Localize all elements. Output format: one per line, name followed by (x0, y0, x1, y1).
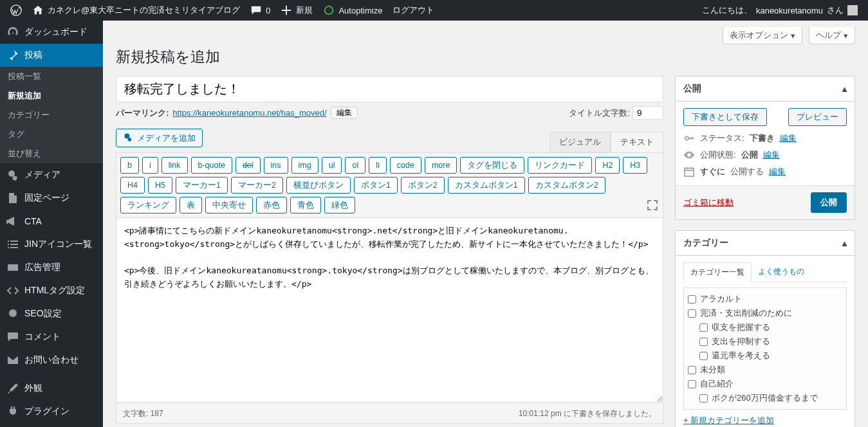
fullscreen-icon[interactable] (646, 199, 659, 212)
category-item[interactable]: 収支を把握する (699, 320, 842, 334)
screen-options-button[interactable]: 表示オプション ▾ (723, 27, 802, 44)
quicktag-カスタムボタン2[interactable]: カスタムボタン2 (528, 177, 605, 194)
save-draft-button[interactable]: 下書きとして保存 (683, 108, 767, 126)
category-checkbox[interactable] (688, 309, 696, 318)
status-edit-link[interactable]: 編集 (780, 132, 797, 144)
wp-logo[interactable] (5, 0, 27, 21)
tab-text[interactable]: テキスト (611, 132, 663, 152)
title-count-input[interactable] (633, 106, 663, 120)
category-checkbox[interactable] (699, 352, 708, 360)
quicktag-code[interactable]: code (390, 157, 421, 174)
quicktag-表[interactable]: 表 (180, 197, 202, 214)
sidebar-sub-tags[interactable]: タグ (0, 125, 103, 144)
post-title-input[interactable] (116, 76, 663, 102)
tab-visual[interactable]: ビジュアル (549, 132, 611, 152)
quicktag-ボタン1[interactable]: ボタン1 (354, 177, 398, 194)
sidebar-item-media[interactable]: メディア (0, 163, 103, 186)
visibility-edit-link[interactable]: 編集 (763, 149, 780, 161)
quicktag-緑色[interactable]: 緑色 (324, 197, 355, 214)
my-account[interactable]: こんにちは、kaneokuretanomu さん (697, 0, 863, 21)
quicktag-横並びボタン[interactable]: 横並びボタン (286, 177, 351, 194)
quicktag-ul[interactable]: ul (322, 157, 342, 174)
sidebar-item-ads[interactable]: 広告管理 (0, 256, 103, 279)
quicktag-del[interactable]: del (235, 157, 261, 174)
quicktag-タグを閉じる[interactable]: タグを閉じる (460, 157, 524, 174)
category-tab-all[interactable]: カテゴリー一覧 (683, 262, 752, 282)
category-checkbox[interactable] (699, 394, 708, 403)
quicktag-H2[interactable]: H2 (595, 157, 620, 174)
category-item[interactable]: 未分類 (688, 363, 842, 377)
comments-link[interactable]: 0 (245, 0, 275, 21)
category-item[interactable]: アラカルト (688, 292, 842, 306)
preview-button[interactable]: プレビュー (788, 108, 847, 126)
quicktag-i[interactable]: i (142, 157, 158, 174)
quicktag-ins[interactable]: ins (264, 157, 288, 174)
category-checkbox[interactable] (688, 380, 696, 388)
sidebar-sub-categories[interactable]: カテゴリー (0, 105, 103, 125)
pin-icon (6, 49, 19, 62)
category-item[interactable]: ボクが260万円借金するまで (699, 391, 842, 405)
category-item[interactable]: 還元率を考える (699, 349, 842, 363)
quicktag-H4[interactable]: H4 (120, 177, 145, 194)
sidebar-item-comments[interactable]: コメント (0, 325, 103, 349)
add-category-link[interactable]: + 新規カテゴリーを追加 (683, 415, 774, 426)
quicktag-赤色[interactable]: 赤色 (256, 197, 287, 214)
sidebar-item-appearance[interactable]: 外観 (0, 377, 103, 400)
quicktag-ol[interactable]: ol (345, 157, 365, 174)
category-item[interactable]: 自己紹介 (688, 377, 842, 391)
category-tab-popular[interactable]: よく使うもの (752, 262, 811, 282)
quicktag-link[interactable]: link (162, 157, 188, 174)
categories-title[interactable]: カテゴリー▴ (676, 231, 854, 256)
sidebar-item-posts[interactable]: 投稿 (0, 44, 103, 67)
quicktag-ランキング[interactable]: ランキング (120, 197, 176, 214)
add-media-button[interactable]: メディアを追加 (116, 129, 203, 147)
quicktag-b[interactable]: b (120, 157, 139, 174)
category-item[interactable]: 支出を抑制する (699, 334, 842, 349)
sidebar-item-pages[interactable]: 固定ページ (0, 186, 103, 210)
content-textarea[interactable]: <p>諸事情にてこちらの新ドメインkaneokuretanomu<strong>… (116, 217, 663, 403)
quicktag-H5[interactable]: H5 (148, 177, 172, 194)
move-to-trash-link[interactable]: ゴミ箱に移動 (683, 197, 734, 208)
sidebar-item-html-tags[interactable]: HTMLタグ設定 (0, 279, 103, 302)
quicktag-H3[interactable]: H3 (623, 157, 647, 174)
permalink-edit-button[interactable]: 編集 (331, 107, 358, 119)
new-content-link[interactable]: 新規 (275, 0, 318, 21)
editor-toolbar: bilinkb-quotedelinsimgulollicodemoreタグを閉… (116, 152, 663, 217)
calendar-icon (683, 166, 695, 177)
publish-button[interactable]: 公開 (811, 192, 847, 213)
quicktag-中央寄せ[interactable]: 中央寄せ (205, 197, 253, 214)
sidebar-item-seo[interactable]: SEO設定 (0, 302, 103, 325)
quicktag-マーカー2[interactable]: マーカー2 (231, 177, 283, 194)
category-list[interactable]: アラカルト完済・支出削減のために収支を把握する支出を抑制する還元率を考える未分類… (683, 287, 847, 410)
category-checkbox[interactable] (699, 338, 708, 346)
publish-title[interactable]: 公開▴ (676, 77, 854, 102)
sidebar-label: 投稿 (24, 50, 42, 61)
autoptimize-link[interactable]: Autoptimize (318, 0, 387, 21)
category-checkbox[interactable] (688, 295, 696, 304)
quicktag-li[interactable]: li (369, 157, 387, 174)
site-name-link[interactable]: カネクレ@東大卒ニートの完済セミリタイアブログ (27, 0, 245, 21)
quicktag-b-quote[interactable]: b-quote (191, 157, 232, 174)
quicktag-青色[interactable]: 青色 (290, 197, 321, 214)
quicktag-マーカー1[interactable]: マーカー1 (176, 177, 228, 194)
category-checkbox[interactable] (699, 323, 708, 332)
quicktag-ボタン2[interactable]: ボタン2 (401, 177, 445, 194)
help-button[interactable]: ヘルプ ▾ (809, 27, 855, 44)
sidebar-sub-new-post[interactable]: 新規追加 (0, 86, 103, 105)
sidebar-item-plugins[interactable]: プラグイン (0, 400, 103, 423)
sidebar-item-cta[interactable]: CTA (0, 210, 103, 233)
permalink-url[interactable]: https://kaneokuretanomu.net/has_moved/ (172, 108, 326, 118)
category-checkbox[interactable] (688, 366, 696, 374)
sidebar-sub-all-posts[interactable]: 投稿一覧 (0, 67, 103, 86)
logout-link[interactable]: ログアウト (387, 0, 439, 21)
quicktag-more[interactable]: more (425, 157, 457, 174)
sidebar-item-dashboard[interactable]: ダッシュボード (0, 21, 103, 44)
quicktag-リンクカード[interactable]: リンクカード (528, 157, 592, 174)
schedule-edit-link[interactable]: 編集 (769, 166, 786, 177)
sidebar-sub-reorder[interactable]: 並び替え (0, 144, 103, 163)
quicktag-img[interactable]: img (291, 157, 319, 174)
category-item[interactable]: 完済・支出削減のために (688, 306, 842, 320)
quicktag-カスタムボタン1[interactable]: カスタムボタン1 (448, 177, 525, 194)
sidebar-item-contact[interactable]: お問い合わせ (0, 349, 103, 372)
sidebar-item-jin-icons[interactable]: JINアイコン一覧 (0, 233, 103, 256)
